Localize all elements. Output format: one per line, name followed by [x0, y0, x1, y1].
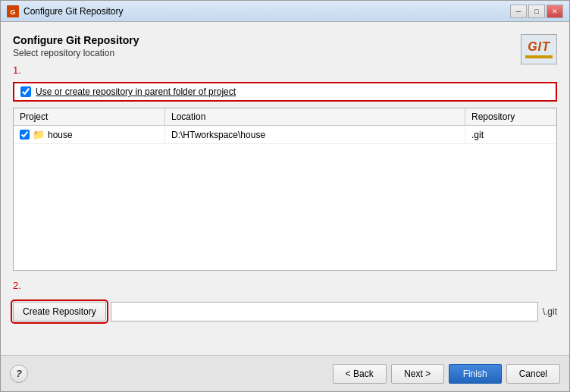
dialog-title: Configure Git Repository — [13, 34, 139, 46]
projects-table: Project Location Repository 📁 house D:\H… — [13, 108, 557, 271]
cell-repository: .git — [465, 126, 556, 143]
step1-label: 1. — [13, 64, 139, 76]
col-repository: Repository — [465, 108, 556, 125]
next-label: Next > — [404, 368, 431, 379]
git-logo-text: GIT — [528, 40, 550, 54]
table-header: Project Location Repository — [14, 108, 556, 126]
use-parent-folder-row: Use or create repository in parent folde… — [13, 82, 557, 102]
cell-project: 📁 house — [14, 126, 165, 143]
content-area: Configure Git Repository Select reposito… — [1, 22, 569, 355]
cancel-button[interactable]: Cancel — [506, 364, 560, 384]
help-button[interactable]: ? — [10, 365, 28, 383]
cell-location: D:\HTworkspace\house — [165, 126, 465, 143]
window-icon: G — [7, 5, 19, 17]
git-logo-bar — [525, 55, 553, 58]
title-bar-controls: ─ □ ✕ — [510, 5, 563, 18]
col-location: Location — [165, 108, 465, 125]
project-location: D:\HTworkspace\house — [171, 130, 265, 140]
folder-icon: 📁 — [33, 129, 45, 140]
header-left: Configure Git Repository Select reposito… — [13, 34, 139, 76]
window: G Configure Git Repository ─ □ ✕ Configu… — [0, 0, 570, 392]
svg-text:G: G — [10, 8, 15, 16]
cancel-label: Cancel — [519, 368, 547, 379]
finish-button[interactable]: Finish — [449, 364, 502, 384]
step2-label: 2. — [13, 277, 557, 293]
header-section: Configure Git Repository Select reposito… — [13, 34, 557, 76]
use-parent-folder-label[interactable]: Use or create repository in parent folde… — [36, 86, 236, 97]
use-parent-folder-checkbox[interactable] — [20, 86, 31, 97]
repository-value: .git — [471, 130, 484, 140]
footer-buttons: < Back Next > Finish Cancel — [333, 364, 560, 384]
dialog-subtitle: Select repository location — [13, 48, 139, 58]
col-project: Project — [14, 108, 165, 125]
repository-path-input[interactable] — [111, 302, 538, 321]
title-bar: G Configure Git Repository ─ □ ✕ — [1, 1, 569, 22]
back-label: < Back — [346, 368, 374, 379]
back-button[interactable]: < Back — [333, 364, 387, 384]
bottom-bar: Create Repository \.git — [13, 299, 557, 331]
footer: ? < Back Next > Finish Cancel — [1, 355, 569, 391]
spacer — [13, 337, 557, 355]
help-icon: ? — [16, 368, 22, 379]
finish-label: Finish — [463, 368, 487, 379]
table-body: 📁 house D:\HTworkspace\house .git — [14, 126, 556, 270]
project-name: house — [48, 130, 73, 140]
minimize-button[interactable]: ─ — [510, 5, 527, 18]
git-suffix-label: \.git — [543, 306, 557, 317]
git-logo: GIT — [521, 34, 557, 64]
title-bar-text: Configure Git Repository — [23, 6, 510, 17]
row-checkbox[interactable] — [20, 130, 30, 140]
table-row: 📁 house D:\HTworkspace\house .git — [14, 126, 556, 144]
next-button[interactable]: Next > — [391, 364, 444, 384]
close-button[interactable]: ✕ — [547, 5, 563, 18]
create-repository-button[interactable]: Create Repository — [13, 302, 106, 321]
maximize-button[interactable]: □ — [528, 5, 545, 18]
